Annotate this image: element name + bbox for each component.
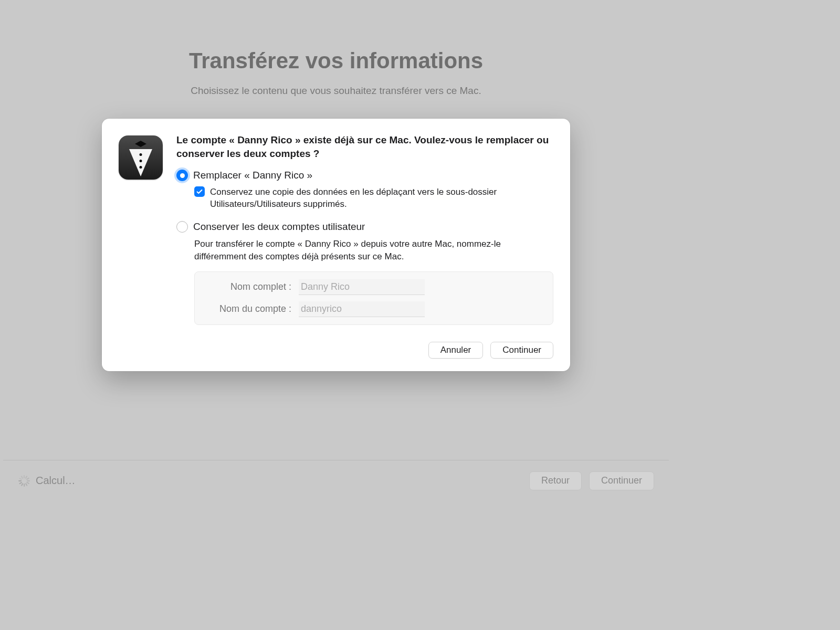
account-conflict-dialog: Le compte « Danny Rico » existe déjà sur… — [102, 119, 570, 371]
page-title: Transférez vos informations — [3, 3, 669, 74]
setup-assistant-icon — [119, 135, 163, 180]
rename-form: Nom complet : Nom du compte : — [194, 271, 553, 325]
spinner-icon — [18, 475, 29, 487]
radio-replace[interactable] — [176, 170, 188, 181]
footer-bar: Calcul… Retour Continuer — [3, 460, 669, 501]
continue-button[interactable]: Continuer — [490, 342, 553, 359]
keep-both-helper: Pour transférer le compte « Danny Rico »… — [194, 238, 553, 263]
footer-continue-button[interactable]: Continuer — [589, 471, 654, 490]
page-subtitle: Choisissez le contenu que vous souhaitez… — [3, 85, 669, 97]
footer-status: Calcul… — [36, 475, 76, 487]
checkbox-preserve-copy-label: Conservez une copie des données en les d… — [210, 186, 553, 211]
full-name-field[interactable] — [299, 279, 425, 295]
dialog-heading: Le compte « Danny Rico » existe déjà sur… — [176, 133, 553, 160]
radio-keep-both-label: Conserver les deux comptes utilisateur — [193, 221, 365, 233]
checkbox-preserve-copy[interactable] — [194, 186, 205, 197]
option-replace-row: Remplacer « Danny Rico » — [176, 170, 553, 181]
cancel-button[interactable]: Annuler — [428, 342, 484, 359]
radio-keep-both[interactable] — [176, 221, 188, 233]
account-name-field[interactable] — [299, 301, 425, 317]
back-button[interactable]: Retour — [529, 471, 582, 490]
radio-replace-label: Remplacer « Danny Rico » — [193, 170, 312, 181]
full-name-label: Nom complet : — [202, 281, 291, 292]
preserve-copy-row: Conservez une copie des données en les d… — [194, 186, 553, 211]
account-name-label: Nom du compte : — [202, 303, 291, 314]
check-icon — [196, 188, 203, 195]
option-keep-row: Conserver les deux comptes utilisateur — [176, 221, 553, 233]
